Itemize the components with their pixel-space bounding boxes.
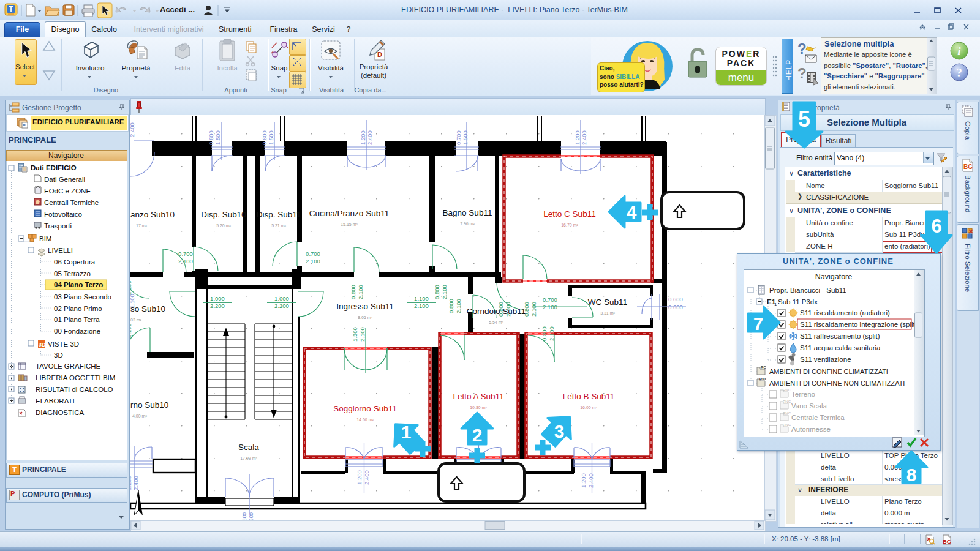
svg-text:3D: 3D xyxy=(39,342,46,348)
svg-text:2.400: 2.400 xyxy=(132,476,139,490)
svg-text:Soggiorno Sub11: Soggiorno Sub11 xyxy=(333,404,396,413)
svg-text:1.500: 1.500 xyxy=(462,130,469,145)
svg-text:Bagno Sub11: Bagno Sub11 xyxy=(443,208,492,217)
svg-text:RNC: RNC xyxy=(783,423,791,427)
svg-text:0.800: 0.800 xyxy=(541,326,548,341)
svg-text:Trasporti: Trasporti xyxy=(44,222,72,230)
svg-text:Disp. Sub11: Disp. Sub11 xyxy=(257,210,301,219)
svg-text:01 Piano Terra: 01 Piano Terra xyxy=(54,316,100,323)
svg-text:2.100: 2.100 xyxy=(530,302,537,317)
svg-text:Dati EDIFICIO: Dati EDIFICIO xyxy=(31,164,77,171)
svg-text:AMBIENTI DI CONFINE CLIMATIZZA: AMBIENTI DI CONFINE CLIMATIZZATI xyxy=(769,368,888,375)
svg-text:RNC: RNC xyxy=(783,400,791,403)
svg-text:Fotovoltaico: Fotovoltaico xyxy=(44,211,82,218)
svg-text:S11 ventilazione: S11 ventilazione xyxy=(800,356,851,363)
svg-text:0.800: 0.800 xyxy=(434,285,440,299)
svg-text:1.200: 1.200 xyxy=(580,473,587,488)
svg-text:BIM: BIM xyxy=(39,235,51,242)
svg-text:600: 600 xyxy=(241,512,247,520)
svg-text:?: ? xyxy=(956,66,962,79)
svg-text:5.20 m²: 5.20 m² xyxy=(216,223,231,228)
svg-text:17 m²: 17 m² xyxy=(136,223,148,228)
svg-text:RNC: RNC xyxy=(783,411,791,415)
svg-text:anzo Sub10: anzo Sub10 xyxy=(130,210,175,219)
svg-text:TAVOLE GRAFICHE: TAVOLE GRAFICHE xyxy=(36,362,101,370)
svg-text:1.000: 1.000 xyxy=(210,295,225,302)
svg-text:0.800: 0.800 xyxy=(448,299,454,313)
svg-text:7.96 m²: 7.96 m² xyxy=(460,222,475,226)
svg-text:2.100: 2.100 xyxy=(357,285,364,299)
svg-text:05 Terrazzo: 05 Terrazzo xyxy=(54,270,91,277)
svg-text:Dati Generali: Dati Generali xyxy=(44,176,85,183)
svg-text:Terreno: Terreno xyxy=(791,391,815,398)
svg-text:2.400: 2.400 xyxy=(130,122,135,137)
svg-text:2.100: 2.100 xyxy=(306,258,320,264)
svg-text:?: ? xyxy=(797,40,807,57)
svg-text:Ingresso Sub11: Ingresso Sub11 xyxy=(336,302,394,311)
svg-text:so Sub10: so Sub10 xyxy=(130,304,165,313)
svg-text:0.600: 0.600 xyxy=(668,304,683,310)
svg-text:Letto C Sub11: Letto C Sub11 xyxy=(543,209,595,219)
svg-text:2.100: 2.100 xyxy=(441,285,448,299)
svg-text:Letto A Sub11: Letto A Sub11 xyxy=(453,392,503,401)
svg-text:1.300: 1.300 xyxy=(352,327,358,342)
svg-text:Propr. Biancucci - Sub11: Propr. Biancucci - Sub11 xyxy=(769,287,846,294)
svg-text:2.100: 2.100 xyxy=(548,326,555,341)
svg-text:2.100: 2.100 xyxy=(130,323,132,338)
svg-text:04 Piano Terzo: 04 Piano Terzo xyxy=(54,281,103,288)
svg-text:Disp. Sub10: Disp. Sub10 xyxy=(201,210,246,219)
svg-text:8.05 m²: 8.05 m² xyxy=(358,315,372,320)
svg-text:Letto B Sub11: Letto B Sub11 xyxy=(563,392,615,401)
svg-text:1.000: 1.000 xyxy=(274,295,289,302)
svg-text:2.100: 2.100 xyxy=(543,304,557,310)
svg-text:Centrale Termica: Centrale Termica xyxy=(791,414,845,421)
svg-text:2.100: 2.100 xyxy=(359,327,366,342)
svg-text:ELABORATI: ELABORATI xyxy=(36,397,75,405)
svg-text:500: 500 xyxy=(248,512,254,520)
svg-text:Autorimesse: Autorimesse xyxy=(791,425,831,433)
svg-text:2.400: 2.400 xyxy=(587,473,594,488)
svg-text:BG: BG xyxy=(943,538,951,545)
svg-text:2.200: 2.200 xyxy=(210,302,225,309)
svg-text:00 Fondazione: 00 Fondazione xyxy=(54,328,100,335)
svg-text:1.500: 1.500 xyxy=(214,130,221,145)
svg-text:2.200: 2.200 xyxy=(274,302,289,309)
svg-text:RNC: RNC xyxy=(783,388,791,392)
svg-text:S11 acqua calda sanitaria: S11 acqua calda sanitaria xyxy=(800,344,881,351)
svg-text:S11 raffrescamento (split): S11 raffrescamento (split) xyxy=(800,332,880,340)
svg-text:4.00 m²: 4.00 m² xyxy=(132,414,147,418)
svg-text:LIBRERIA OGGETTI BIM: LIBRERIA OGGETTI BIM xyxy=(36,374,115,381)
svg-text:0.600: 0.600 xyxy=(668,296,683,302)
svg-text:3D: 3D xyxy=(54,351,63,359)
svg-text:16.70 m²: 16.70 m² xyxy=(561,223,578,227)
svg-text:03 Piano Secondo: 03 Piano Secondo xyxy=(54,293,111,301)
svg-text:1.200: 1.200 xyxy=(574,130,581,145)
svg-text:2.100: 2.100 xyxy=(178,258,193,264)
svg-text:BG: BG xyxy=(963,163,973,170)
svg-text:WC Sub11: WC Sub11 xyxy=(588,298,627,307)
svg-text:0.600: 0.600 xyxy=(208,130,214,145)
svg-text:5.54 m²: 5.54 m² xyxy=(489,320,503,324)
svg-text:0.800: 0.800 xyxy=(350,285,356,299)
svg-text:2.400: 2.400 xyxy=(363,470,370,485)
svg-text:Cucina/Pranzo Sub11: Cucina/Pranzo Sub11 xyxy=(309,209,389,218)
svg-text:1.200: 1.200 xyxy=(360,130,366,145)
svg-text:D: D xyxy=(377,51,382,58)
svg-text:RC: RC xyxy=(761,365,766,369)
svg-text:1.500: 1.500 xyxy=(268,130,274,145)
svg-text:2.100: 2.100 xyxy=(130,280,132,295)
svg-text:2.400: 2.400 xyxy=(366,130,373,145)
svg-text:EOdC e ZONE: EOdC e ZONE xyxy=(44,187,91,195)
svg-text:1.200: 1.200 xyxy=(356,470,363,485)
svg-text:rno Sub10: rno Sub10 xyxy=(130,400,168,410)
svg-text:0.700: 0.700 xyxy=(543,296,557,303)
svg-text:3.31 m²: 3.31 m² xyxy=(600,311,615,315)
svg-text:1: 1 xyxy=(774,302,777,307)
svg-text:T: T xyxy=(9,5,13,13)
svg-text:Corridoio Sub11: Corridoio Sub11 xyxy=(467,307,526,316)
svg-text:i: i xyxy=(957,45,961,58)
svg-text:Sub 11 P3dx: Sub 11 P3dx xyxy=(778,298,818,305)
svg-text:S11 riscaldamento integrazione: S11 riscaldamento integrazione (split) xyxy=(800,321,918,328)
svg-text:5.21 m²: 5.21 m² xyxy=(271,223,286,228)
svg-text:?: ? xyxy=(797,65,807,81)
